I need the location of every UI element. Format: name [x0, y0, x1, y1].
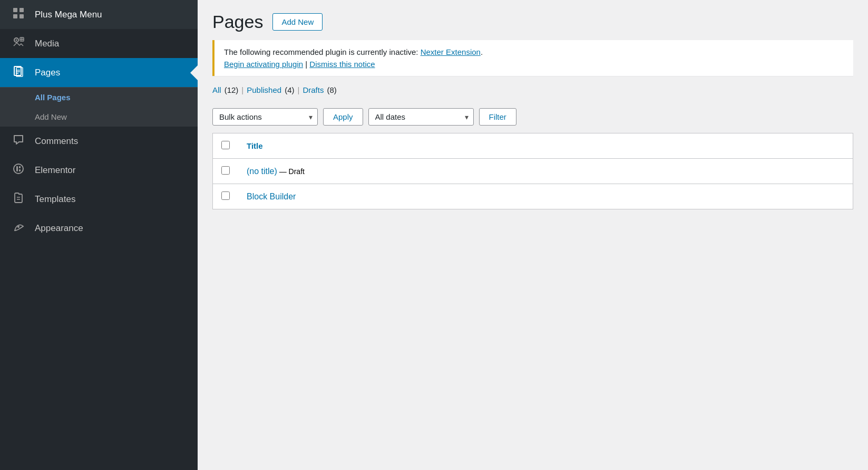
filter-links: All (12) | Published (4) | Drafts (8) [212, 85, 853, 94]
notice-links: Begin activating plugin | Dismiss this n… [224, 60, 844, 69]
pages-submenu: All Pages Add New [0, 87, 198, 127]
active-arrow [190, 65, 198, 80]
sidebar-item-label: Appearance [35, 223, 83, 234]
bulk-actions-wrapper: Bulk actions Edit Move to Trash [212, 108, 318, 126]
svg-rect-17 [19, 169, 21, 171]
bulk-actions-select[interactable]: Bulk actions Edit Move to Trash [212, 108, 318, 126]
pages-table: Title (no title) — Draft Block Builder [212, 133, 853, 209]
svg-point-14 [14, 164, 23, 174]
row-title-link[interactable]: Block Builder [247, 192, 296, 201]
pages-icon [11, 65, 26, 80]
svg-rect-0 [13, 8, 17, 12]
svg-rect-16 [19, 166, 21, 168]
svg-rect-2 [13, 14, 17, 18]
drafts-count: (8) [327, 85, 336, 94]
title-sort-link[interactable]: Title [247, 141, 263, 150]
header-checkbox-cell [213, 133, 239, 159]
row-checkbox-cell [213, 184, 239, 209]
templates-icon [11, 192, 26, 206]
sidebar-item-media[interactable]: Media [0, 29, 198, 58]
sidebar-item-all-pages[interactable]: All Pages [0, 88, 198, 107]
sidebar-item-pages[interactable]: Pages [0, 58, 198, 87]
row-checkbox-cell [213, 159, 239, 184]
sidebar-item-label: Plus Mega Menu [35, 9, 102, 20]
svg-rect-3 [19, 14, 24, 18]
comments-icon [11, 134, 26, 148]
sidebar-item-plus-mega-menu[interactable]: Plus Mega Menu [0, 0, 198, 29]
page-header: Pages Add New [212, 13, 853, 31]
sidebar-item-label: Pages [35, 68, 60, 78]
media-icon [11, 36, 26, 51]
row-title-cell: Block Builder [238, 184, 853, 209]
header-title-cell: Title [238, 133, 853, 159]
notice-text: The following recommended plugin is curr… [224, 47, 844, 56]
sidebar-item-appearance[interactable]: Appearance [0, 214, 198, 243]
sidebar-item-label: Comments [35, 136, 78, 147]
all-dates-select[interactable]: All dates 2024 2023 [368, 108, 474, 126]
table-row: (no title) — Draft [213, 159, 853, 184]
page-title: Pages [212, 13, 263, 31]
nexter-extension-link[interactable]: Nexter Extension [421, 47, 481, 56]
bulk-actions-bar: Bulk actions Edit Move to Trash Apply Al… [212, 101, 853, 131]
svg-point-5 [16, 40, 17, 41]
elementor-icon [11, 163, 26, 177]
filter-all-link[interactable]: All [212, 85, 221, 94]
plugin-notice: The following recommended plugin is curr… [212, 40, 853, 76]
sidebar-item-label: Elementor [35, 165, 75, 176]
published-count: (4) [285, 85, 294, 94]
sidebar-item-label: Media [35, 39, 59, 49]
plus-mega-menu-icon [11, 7, 26, 22]
table-row: Block Builder [213, 184, 853, 209]
all-count: (12) [225, 85, 239, 94]
row-checkbox[interactable] [221, 191, 230, 200]
row-checkbox[interactable] [221, 166, 230, 175]
dismiss-notice-link[interactable]: Dismiss this notice [309, 60, 375, 69]
apply-button[interactable]: Apply [323, 108, 363, 126]
filter-button[interactable]: Filter [479, 108, 516, 126]
appearance-icon [11, 221, 26, 235]
sidebar: Plus Mega Menu Media Page [0, 0, 198, 470]
row-title-cell: (no title) — Draft [238, 159, 853, 184]
dates-wrapper: All dates 2024 2023 [368, 108, 474, 126]
row-status: — Draft [279, 167, 305, 176]
add-new-button[interactable]: Add New [272, 13, 323, 31]
sidebar-item-add-new[interactable]: Add New [0, 107, 198, 127]
filter-drafts-link[interactable]: Drafts [303, 85, 324, 94]
sidebar-item-templates[interactable]: Templates [0, 185, 198, 214]
filter-published-link[interactable]: Published [247, 85, 281, 94]
row-title-link[interactable]: (no title) [247, 167, 277, 176]
svg-point-20 [17, 226, 19, 228]
main-content: Pages Add New The following recommended … [198, 0, 868, 470]
sidebar-item-comments[interactable]: Comments [0, 127, 198, 156]
begin-activating-link[interactable]: Begin activating plugin [224, 60, 303, 69]
table-header-row: Title [213, 133, 853, 159]
select-all-checkbox[interactable] [221, 141, 230, 149]
svg-rect-15 [16, 166, 18, 171]
sidebar-item-label: Templates [35, 194, 75, 205]
svg-rect-1 [19, 8, 24, 12]
sidebar-item-elementor[interactable]: Elementor [0, 156, 198, 185]
